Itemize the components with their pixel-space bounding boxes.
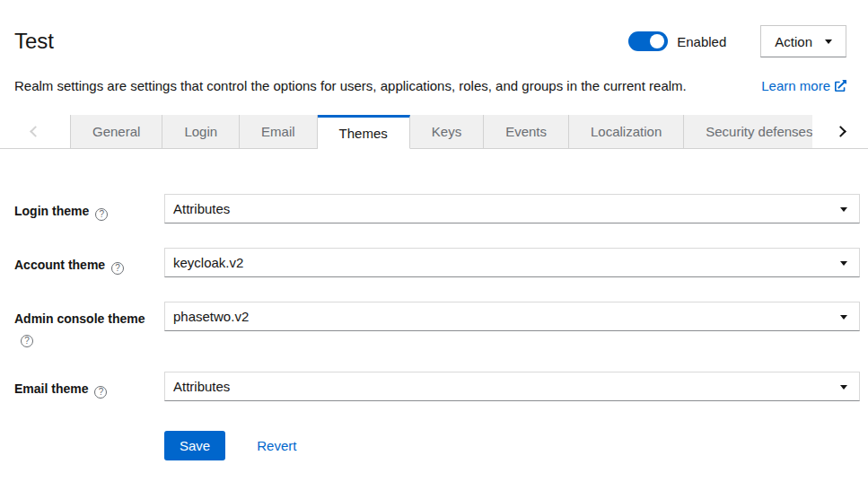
help-icon[interactable]: ? <box>94 386 107 399</box>
action-dropdown-button[interactable]: Action <box>760 25 846 57</box>
admin-console-theme-label: Admin console theme? <box>14 302 164 347</box>
email-theme-value: Attributes <box>173 379 230 394</box>
learn-more-link[interactable]: Learn more <box>761 78 846 93</box>
realm-settings-description: Realm settings are settings that control… <box>14 78 761 93</box>
action-dropdown-label: Action <box>775 34 812 49</box>
caret-down-icon <box>825 39 832 44</box>
account-theme-label: Account theme? <box>14 248 164 277</box>
help-icon[interactable]: ? <box>95 208 108 221</box>
login-theme-row: Login theme? Attributes <box>14 194 860 223</box>
email-theme-select[interactable]: Attributes <box>164 372 860 401</box>
login-theme-label: Login theme? <box>14 194 164 223</box>
scroll-tabs-right-button[interactable] <box>812 115 868 149</box>
tab-general[interactable]: General <box>70 115 162 149</box>
admin-console-theme-row: Admin console theme? phasetwo.v2 <box>14 302 860 347</box>
external-link-icon <box>835 80 846 92</box>
toggle-knob-icon <box>650 34 664 48</box>
tab-events[interactable]: Events <box>484 115 569 149</box>
save-button[interactable]: Save <box>164 431 225 460</box>
themes-form: Login theme? Attributes Account theme? k… <box>0 149 868 460</box>
tab-email[interactable]: Email <box>240 115 318 149</box>
tab-security-defenses[interactable]: Security defenses <box>684 115 812 149</box>
tab-login[interactable]: Login <box>162 115 240 149</box>
account-theme-value: keycloak.v2 <box>173 255 243 270</box>
caret-down-icon <box>840 261 847 266</box>
account-theme-row: Account theme? keycloak.v2 <box>14 248 860 277</box>
account-theme-select[interactable]: keycloak.v2 <box>164 248 860 277</box>
page-title: Test <box>14 27 628 56</box>
tab-themes[interactable]: Themes <box>318 115 410 149</box>
email-theme-label: Email theme? <box>14 372 164 401</box>
login-theme-value: Attributes <box>173 201 230 216</box>
admin-console-theme-value: phasetwo.v2 <box>173 309 249 324</box>
tabs-strip: General Login Email Themes Keys Events L… <box>70 115 812 149</box>
enabled-label: Enabled <box>677 34 726 49</box>
tab-localization[interactable]: Localization <box>569 115 684 149</box>
help-icon[interactable]: ? <box>21 335 33 347</box>
enabled-toggle[interactable] <box>628 31 668 51</box>
caret-down-icon <box>840 385 847 390</box>
tab-keys[interactable]: Keys <box>410 115 484 149</box>
admin-console-theme-select[interactable]: phasetwo.v2 <box>164 302 860 331</box>
scroll-tabs-left-button[interactable] <box>0 115 70 149</box>
form-actions: Save Revert <box>164 431 860 460</box>
realm-settings-tabbar: General Login Email Themes Keys Events L… <box>0 115 868 149</box>
page-header: Test Enabled Action Realm settings are s… <box>0 0 868 93</box>
login-theme-select[interactable]: Attributes <box>164 194 860 223</box>
chevron-right-icon <box>835 126 846 137</box>
caret-down-icon <box>840 315 847 320</box>
help-icon[interactable]: ? <box>111 262 124 275</box>
learn-more-label: Learn more <box>761 78 830 93</box>
revert-button[interactable]: Revert <box>257 438 296 453</box>
caret-down-icon <box>840 207 847 212</box>
email-theme-row: Email theme? Attributes <box>14 372 860 401</box>
chevron-left-icon <box>30 126 41 137</box>
